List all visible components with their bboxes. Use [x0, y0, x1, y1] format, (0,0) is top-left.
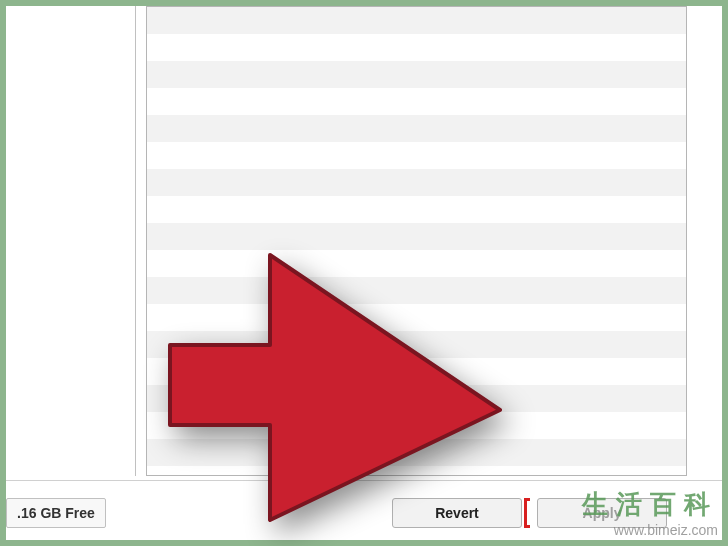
list-row[interactable]	[147, 277, 686, 304]
storage-label: .16 GB Free	[17, 505, 95, 521]
list-row[interactable]	[147, 412, 686, 439]
list-row[interactable]	[147, 115, 686, 142]
list-row[interactable]	[147, 7, 686, 34]
list-row[interactable]	[147, 358, 686, 385]
apply-highlight-bracket	[524, 498, 532, 528]
list-row[interactable]	[147, 250, 686, 277]
apply-button-label: Apply	[583, 505, 622, 521]
sidebar-panel	[6, 6, 136, 476]
app-window: .16 GB Free Revert Apply	[6, 6, 722, 540]
list-row[interactable]	[147, 196, 686, 223]
storage-indicator: .16 GB Free	[6, 498, 106, 528]
list-row[interactable]	[147, 223, 686, 250]
list-panel	[146, 6, 687, 476]
list-row[interactable]	[147, 439, 686, 466]
revert-button-label: Revert	[435, 505, 479, 521]
list-row[interactable]	[147, 331, 686, 358]
list-row[interactable]	[147, 169, 686, 196]
list-row[interactable]	[147, 142, 686, 169]
list-row[interactable]	[147, 61, 686, 88]
list-row[interactable]	[147, 304, 686, 331]
list-row[interactable]	[147, 385, 686, 412]
list-row[interactable]	[147, 88, 686, 115]
apply-button[interactable]: Apply	[537, 498, 667, 528]
list-row[interactable]	[147, 34, 686, 61]
bottom-toolbar: .16 GB Free Revert Apply	[6, 480, 722, 540]
revert-button[interactable]: Revert	[392, 498, 522, 528]
